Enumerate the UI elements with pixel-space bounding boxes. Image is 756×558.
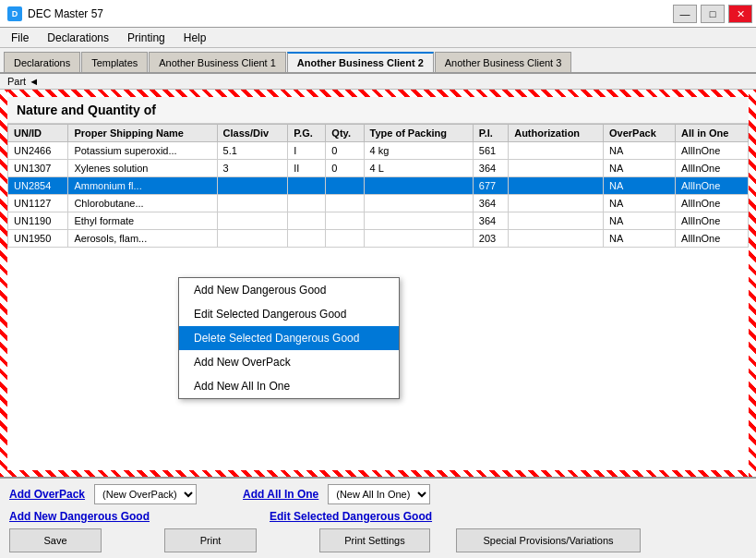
bottom-toolbar: Add OverPack (New OverPack) Add All In O…: [0, 477, 756, 558]
add-overpack-button[interactable]: Add OverPack: [9, 488, 85, 501]
app-icon-text: D: [12, 9, 18, 18]
edit-selected-dg-button[interactable]: Edit Selected Dangerous Good: [270, 510, 432, 523]
tab-client2[interactable]: Another Business Client 2: [287, 52, 434, 72]
add-allinone-button[interactable]: Add All In One: [243, 488, 318, 501]
window-controls: — □ ✕: [673, 0, 752, 28]
app-title: DEC Master 57: [28, 7, 103, 20]
title-bar: D DEC Master 57 — □ ✕: [0, 0, 756, 28]
table-row[interactable]: UN1127Chlorobutane...364NAAllInOne: [8, 195, 749, 212]
col-packing: Type of Packing: [364, 125, 473, 142]
special-provisions-button[interactable]: Special Provisions/Variations: [456, 528, 641, 552]
context-menu: Add New Dangerous GoodEdit Selected Dang…: [178, 277, 400, 399]
col-pi: P.I.: [473, 125, 508, 142]
col-class: Class/Div: [217, 125, 288, 142]
table-row[interactable]: UN2854Ammonium fl...677NAAllInOne: [8, 177, 749, 195]
col-name: Proper Shipping Name: [68, 125, 217, 142]
col-allinone: All in One: [676, 125, 749, 142]
table-row[interactable]: UN1307Xylenes solution3II04 L364NAAllInO…: [8, 160, 749, 177]
table-row[interactable]: UN2466Potassium superoxid...5.1I04 kg561…: [8, 142, 749, 160]
context-menu-item-add-overpack[interactable]: Add New OverPack: [179, 350, 399, 374]
col-qty: Qty.: [326, 125, 364, 142]
tab-client3[interactable]: Another Business Client 3: [435, 52, 572, 72]
menu-bar: File Declarations Printing Help: [0, 28, 756, 48]
data-table: UN/ID Proper Shipping Name Class/Div P.G…: [7, 124, 749, 248]
tab-declarations[interactable]: Declarations: [4, 52, 80, 72]
toolbar-row2: Add New Dangerous Good Edit Selected Dan…: [9, 510, 747, 523]
col-pg: P.G.: [288, 125, 326, 142]
part-label-text: Part ◄: [7, 76, 39, 87]
save-button[interactable]: Save: [9, 528, 102, 552]
menu-printing[interactable]: Printing: [120, 30, 173, 46]
add-new-dg-button[interactable]: Add New Dangerous Good: [9, 510, 150, 523]
table-row[interactable]: UN1190Ethyl formate364NAAllInOne: [8, 212, 749, 230]
app-icon: D: [7, 6, 22, 21]
col-auth: Authorization: [509, 125, 604, 142]
minimize-button[interactable]: —: [673, 5, 697, 23]
col-overpack: OverPack: [603, 125, 675, 142]
col-unid: UN/ID: [8, 125, 68, 142]
inner-panel: Nature and Quantity of UN/ID Proper Ship…: [7, 97, 749, 470]
maximize-button[interactable]: □: [701, 5, 725, 23]
context-menu-item-edit-selected[interactable]: Edit Selected Dangerous Good: [179, 302, 399, 326]
menu-declarations[interactable]: Declarations: [40, 30, 116, 46]
context-menu-item-delete-selected[interactable]: Delete Selected Dangerous Good: [179, 326, 399, 350]
part-label: Part ◄: [0, 74, 756, 90]
menu-help[interactable]: Help: [176, 30, 214, 46]
toolbar-row3: Save Print Print Settings Special Provis…: [9, 528, 747, 552]
context-menu-item-add-new[interactable]: Add New Dangerous Good: [179, 278, 399, 302]
overpack-dropdown[interactable]: (New OverPack): [94, 484, 197, 504]
tab-client1[interactable]: Another Business Client 1: [149, 52, 286, 72]
menu-file[interactable]: File: [4, 30, 36, 46]
toolbar-row1: Add OverPack (New OverPack) Add All In O…: [9, 484, 747, 504]
print-settings-button[interactable]: Print Settings: [319, 528, 430, 552]
close-button[interactable]: ✕: [728, 5, 752, 23]
tab-bar: Declarations Templates Another Business …: [0, 48, 756, 74]
context-menu-item-add-allinone[interactable]: Add New All In One: [179, 374, 399, 398]
main-area: Nature and Quantity of UN/ID Proper Ship…: [0, 90, 756, 478]
tab-templates[interactable]: Templates: [81, 52, 148, 72]
allinone-dropdown[interactable]: (New All In One): [328, 484, 430, 504]
print-button[interactable]: Print: [164, 528, 257, 552]
panel-title: Nature and Quantity of: [7, 97, 749, 124]
table-row[interactable]: UN1950Aerosols, flam...203NAAllInOne: [8, 230, 749, 248]
